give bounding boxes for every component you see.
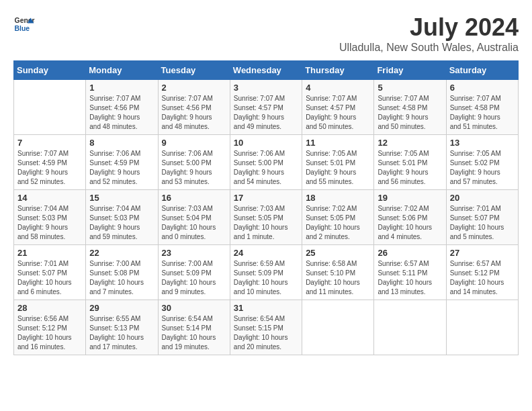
day-number: 13 [450, 138, 515, 148]
day-info: Sunrise: 7:00 AM Sunset: 5:09 PM Dayligh… [162, 259, 226, 297]
calendar-day-cell: 29Sunrise: 6:55 AM Sunset: 5:13 PM Dayli… [86, 300, 158, 355]
day-number: 15 [89, 193, 154, 203]
day-info: Sunrise: 7:00 AM Sunset: 5:08 PM Dayligh… [89, 259, 154, 297]
day-number: 10 [234, 138, 298, 148]
day-info: Sunrise: 6:59 AM Sunset: 5:09 PM Dayligh… [234, 259, 298, 297]
weekday-header-cell: Sunday [14, 61, 86, 80]
day-info: Sunrise: 7:02 AM Sunset: 5:06 PM Dayligh… [378, 204, 442, 242]
calendar-week-row: 7Sunrise: 7:07 AM Sunset: 4:59 PM Daylig… [14, 135, 519, 190]
day-number: 29 [89, 303, 154, 313]
day-number: 11 [306, 138, 370, 148]
calendar-day-cell: 12Sunrise: 7:05 AM Sunset: 5:01 PM Dayli… [374, 135, 446, 190]
calendar-table: SundayMondayTuesdayWednesdayThursdayFrid… [13, 60, 519, 355]
day-info: Sunrise: 6:55 AM Sunset: 5:13 PM Dayligh… [89, 314, 154, 352]
location-title: Ulladulla, New South Wales, Australia [339, 42, 519, 54]
day-info: Sunrise: 7:07 AM Sunset: 4:58 PM Dayligh… [378, 94, 442, 132]
day-number: 6 [450, 83, 515, 93]
day-number: 17 [234, 193, 298, 203]
day-info: Sunrise: 7:07 AM Sunset: 4:59 PM Dayligh… [17, 149, 82, 187]
day-info: Sunrise: 7:03 AM Sunset: 5:05 PM Dayligh… [234, 204, 298, 242]
day-info: Sunrise: 6:57 AM Sunset: 5:12 PM Dayligh… [450, 259, 515, 297]
day-number: 9 [162, 138, 226, 148]
calendar-day-cell: 20Sunrise: 7:01 AM Sunset: 5:07 PM Dayli… [446, 190, 518, 245]
day-info: Sunrise: 6:54 AM Sunset: 5:15 PM Dayligh… [234, 314, 298, 352]
day-info: Sunrise: 7:05 AM Sunset: 5:01 PM Dayligh… [306, 149, 370, 187]
calendar-day-cell: 30Sunrise: 6:54 AM Sunset: 5:14 PM Dayli… [158, 300, 230, 355]
day-info: Sunrise: 7:01 AM Sunset: 5:07 PM Dayligh… [17, 259, 82, 297]
day-number: 7 [17, 138, 82, 148]
day-number: 18 [306, 193, 370, 203]
calendar-day-cell: 5Sunrise: 7:07 AM Sunset: 4:58 PM Daylig… [374, 80, 446, 135]
day-number: 26 [378, 248, 442, 258]
calendar-day-cell: 27Sunrise: 6:57 AM Sunset: 5:12 PM Dayli… [446, 245, 518, 300]
calendar-day-cell [302, 300, 374, 355]
calendar-day-cell: 18Sunrise: 7:02 AM Sunset: 5:05 PM Dayli… [302, 190, 374, 245]
day-number: 23 [162, 248, 226, 258]
day-number: 24 [234, 248, 298, 258]
calendar-day-cell: 1Sunrise: 7:07 AM Sunset: 4:56 PM Daylig… [86, 80, 158, 135]
calendar-day-cell: 17Sunrise: 7:03 AM Sunset: 5:05 PM Dayli… [230, 190, 302, 245]
calendar-body: 1Sunrise: 7:07 AM Sunset: 4:56 PM Daylig… [14, 80, 519, 355]
day-number: 20 [450, 193, 515, 203]
day-info: Sunrise: 7:07 AM Sunset: 4:58 PM Dayligh… [450, 94, 515, 132]
day-number: 4 [306, 83, 370, 93]
calendar-day-cell: 9Sunrise: 7:06 AM Sunset: 5:00 PM Daylig… [158, 135, 230, 190]
calendar-day-cell: 22Sunrise: 7:00 AM Sunset: 5:08 PM Dayli… [86, 245, 158, 300]
calendar-day-cell: 4Sunrise: 7:07 AM Sunset: 4:57 PM Daylig… [302, 80, 374, 135]
day-number: 28 [17, 303, 82, 313]
day-info: Sunrise: 6:56 AM Sunset: 5:12 PM Dayligh… [17, 314, 82, 352]
calendar-day-cell: 3Sunrise: 7:07 AM Sunset: 4:57 PM Daylig… [230, 80, 302, 135]
calendar-day-cell: 8Sunrise: 7:06 AM Sunset: 4:59 PM Daylig… [86, 135, 158, 190]
day-number: 16 [162, 193, 226, 203]
calendar-day-cell [14, 80, 86, 135]
day-number: 27 [450, 248, 515, 258]
day-number: 22 [89, 248, 154, 258]
calendar-day-cell: 24Sunrise: 6:59 AM Sunset: 5:09 PM Dayli… [230, 245, 302, 300]
calendar-day-cell: 11Sunrise: 7:05 AM Sunset: 5:01 PM Dayli… [302, 135, 374, 190]
calendar-day-cell: 31Sunrise: 6:54 AM Sunset: 5:15 PM Dayli… [230, 300, 302, 355]
weekday-header-cell: Monday [86, 61, 158, 80]
calendar-day-cell: 21Sunrise: 7:01 AM Sunset: 5:07 PM Dayli… [14, 245, 86, 300]
day-info: Sunrise: 7:06 AM Sunset: 4:59 PM Dayligh… [89, 149, 154, 187]
day-info: Sunrise: 7:07 AM Sunset: 4:56 PM Dayligh… [162, 94, 226, 132]
day-info: Sunrise: 7:04 AM Sunset: 5:03 PM Dayligh… [89, 204, 154, 242]
svg-text:Blue: Blue [15, 25, 30, 32]
day-info: Sunrise: 7:05 AM Sunset: 5:02 PM Dayligh… [450, 149, 515, 187]
day-info: Sunrise: 6:54 AM Sunset: 5:14 PM Dayligh… [162, 314, 226, 352]
month-title: July 2024 [339, 13, 519, 42]
day-info: Sunrise: 7:02 AM Sunset: 5:05 PM Dayligh… [306, 204, 370, 242]
calendar-day-cell: 13Sunrise: 7:05 AM Sunset: 5:02 PM Dayli… [446, 135, 518, 190]
page-header: General Blue July 2024 Ulladulla, New So… [13, 13, 519, 54]
calendar-day-cell: 7Sunrise: 7:07 AM Sunset: 4:59 PM Daylig… [14, 135, 86, 190]
logo: General Blue [13, 13, 35, 35]
day-info: Sunrise: 7:05 AM Sunset: 5:01 PM Dayligh… [378, 149, 442, 187]
calendar-week-row: 28Sunrise: 6:56 AM Sunset: 5:12 PM Dayli… [14, 300, 519, 355]
day-number: 19 [378, 193, 442, 203]
calendar-week-row: 14Sunrise: 7:04 AM Sunset: 5:03 PM Dayli… [14, 190, 519, 245]
day-info: Sunrise: 7:03 AM Sunset: 5:04 PM Dayligh… [162, 204, 226, 242]
calendar-week-row: 21Sunrise: 7:01 AM Sunset: 5:07 PM Dayli… [14, 245, 519, 300]
weekday-header-cell: Saturday [446, 61, 518, 80]
logo-icon: General Blue [13, 13, 35, 35]
calendar-day-cell [446, 300, 518, 355]
weekday-header-row: SundayMondayTuesdayWednesdayThursdayFrid… [14, 61, 519, 80]
calendar-day-cell: 23Sunrise: 7:00 AM Sunset: 5:09 PM Dayli… [158, 245, 230, 300]
calendar-day-cell: 15Sunrise: 7:04 AM Sunset: 5:03 PM Dayli… [86, 190, 158, 245]
day-number: 3 [234, 83, 298, 93]
day-number: 14 [17, 193, 82, 203]
day-info: Sunrise: 7:07 AM Sunset: 4:57 PM Dayligh… [234, 94, 298, 132]
day-number: 8 [89, 138, 154, 148]
calendar-day-cell: 6Sunrise: 7:07 AM Sunset: 4:58 PM Daylig… [446, 80, 518, 135]
calendar-day-cell: 28Sunrise: 6:56 AM Sunset: 5:12 PM Dayli… [14, 300, 86, 355]
day-number: 12 [378, 138, 442, 148]
calendar-week-row: 1Sunrise: 7:07 AM Sunset: 4:56 PM Daylig… [14, 80, 519, 135]
weekday-header-cell: Wednesday [230, 61, 302, 80]
calendar-day-cell: 16Sunrise: 7:03 AM Sunset: 5:04 PM Dayli… [158, 190, 230, 245]
day-info: Sunrise: 6:57 AM Sunset: 5:11 PM Dayligh… [378, 259, 442, 297]
weekday-header-cell: Tuesday [158, 61, 230, 80]
calendar-day-cell: 25Sunrise: 6:58 AM Sunset: 5:10 PM Dayli… [302, 245, 374, 300]
day-number: 5 [378, 83, 442, 93]
day-info: Sunrise: 6:58 AM Sunset: 5:10 PM Dayligh… [306, 259, 370, 297]
calendar-day-cell [374, 300, 446, 355]
calendar-day-cell: 26Sunrise: 6:57 AM Sunset: 5:11 PM Dayli… [374, 245, 446, 300]
